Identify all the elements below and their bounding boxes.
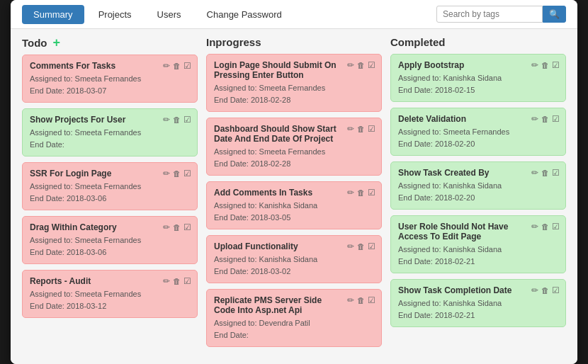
task-end-date: End Date: 2018-02-20 [398, 192, 558, 204]
complete-icon[interactable] [368, 124, 375, 134]
task-assigned: Assigned to: Kanishka Sidana [398, 244, 558, 256]
delete-icon[interactable] [173, 169, 181, 178]
task-card: Comments For TasksAssigned to: Smeeta Fe… [22, 55, 198, 103]
nav-tab-change-password[interactable]: Change Password [196, 5, 293, 24]
complete-icon[interactable] [552, 168, 560, 178]
task-actions [163, 61, 191, 71]
delete-icon[interactable] [541, 60, 549, 70]
task-assigned: Assigned to: Kanishka Sidana [214, 200, 374, 212]
task-card: Show Task Created ByAssigned to: Kanishk… [390, 161, 566, 210]
nav-tabs: SummaryProjectsUsersChange Password [22, 9, 296, 20]
edit-icon[interactable] [531, 114, 538, 124]
edit-icon[interactable] [347, 241, 354, 251]
edit-icon[interactable] [531, 60, 538, 70]
complete-icon[interactable] [183, 276, 191, 286]
nav-tab-summary[interactable]: Summary [22, 5, 84, 24]
complete-icon[interactable] [368, 60, 375, 70]
task-end-date: End Date: 2018-02-21 [398, 309, 558, 322]
complete-icon[interactable] [183, 61, 191, 71]
task-assigned: Assigned to: Smeeta Fernandes [214, 146, 374, 158]
task-assigned: Assigned to: Smeeta Fernandes [214, 82, 374, 94]
task-meta: Assigned to: Smeeta FernandesEnd Date: 2… [398, 126, 558, 149]
task-actions [347, 60, 375, 70]
delete-icon[interactable] [357, 124, 365, 134]
task-card: Show Projects For UserAssigned to: Smeet… [22, 108, 198, 157]
delete-icon[interactable] [541, 222, 549, 232]
add-task-button-todo[interactable]: + [53, 36, 61, 49]
edit-icon[interactable] [531, 168, 538, 178]
complete-icon[interactable] [368, 188, 375, 198]
task-meta: Assigned to: Kanishka SidanaEnd Date: 20… [398, 244, 558, 267]
complete-icon[interactable] [183, 115, 191, 125]
task-card: Login Page Should Submit On Pressing Ent… [206, 54, 382, 112]
nav-tab-projects[interactable]: Projects [87, 5, 143, 24]
task-assigned: Assigned to: Smeeta Fernandes [30, 73, 190, 85]
columns-container: Todo+Comments For TasksAssigned to: Smee… [22, 36, 566, 353]
edit-icon[interactable] [531, 285, 538, 295]
task-assigned: Assigned to: Kanishka Sidana [398, 180, 558, 192]
task-meta: Assigned to: Kanishka SidanaEnd Date: 20… [398, 180, 558, 203]
task-meta: Assigned to: Smeeta FernandesEnd Date: [30, 127, 190, 150]
delete-icon[interactable] [541, 285, 549, 295]
task-card: Add Comments In TasksAssigned to: Kanish… [206, 181, 382, 229]
task-actions [531, 60, 560, 70]
complete-icon[interactable] [183, 222, 191, 232]
task-card: Dashboard Should Show Start Date And End… [206, 118, 382, 176]
delete-icon[interactable] [541, 114, 549, 124]
delete-icon[interactable] [173, 222, 181, 232]
task-end-date: End Date: 2018-03-12 [30, 300, 190, 312]
edit-icon[interactable] [163, 61, 170, 71]
task-assigned: Assigned to: Kanishka Sidana [398, 72, 558, 84]
task-card: Apply BootstrapAssigned to: Kanishka Sid… [390, 54, 566, 102]
edit-icon[interactable] [163, 222, 170, 232]
task-end-date: End Date: 2018-03-06 [30, 246, 190, 258]
search-area: 🔍 [436, 6, 566, 23]
delete-icon[interactable] [357, 60, 365, 70]
nav-bar: SummaryProjectsUsersChange Password 🔍 [11, 0, 577, 29]
app-window: SummaryProjectsUsersChange Password 🔍 To… [11, 0, 577, 364]
complete-icon[interactable] [552, 60, 560, 70]
task-actions [163, 115, 191, 125]
task-assigned: Assigned to: Smeeta Fernandes [30, 127, 190, 139]
delete-icon[interactable] [173, 61, 181, 71]
task-meta: Assigned to: Smeeta FernandesEnd Date: 2… [30, 181, 190, 204]
task-meta: Assigned to: Devendra PatilEnd Date: [214, 317, 374, 341]
delete-icon[interactable] [357, 188, 365, 198]
task-end-date: End Date: 2018-02-20 [398, 138, 558, 150]
edit-icon[interactable] [163, 276, 170, 286]
column-header-todo: Todo+ [22, 36, 198, 49]
edit-icon[interactable] [347, 124, 354, 134]
task-end-date: End Date: 2018-02-28 [214, 158, 374, 170]
task-meta: Assigned to: Smeeta FernandesEnd Date: 2… [30, 234, 190, 258]
task-card: SSR For Login PageAssigned to: Smeeta Fe… [22, 162, 198, 210]
edit-icon[interactable] [347, 60, 354, 70]
edit-icon[interactable] [347, 295, 354, 305]
edit-icon[interactable] [347, 188, 354, 198]
nav-tab-users[interactable]: Users [146, 5, 193, 24]
delete-icon[interactable] [173, 115, 181, 125]
search-input[interactable] [436, 6, 543, 23]
edit-icon[interactable] [163, 115, 170, 125]
task-actions [347, 124, 375, 134]
delete-icon[interactable] [541, 168, 549, 178]
delete-icon[interactable] [357, 241, 365, 251]
complete-icon[interactable] [368, 241, 375, 251]
delete-icon[interactable] [357, 295, 365, 305]
complete-icon[interactable] [183, 169, 191, 178]
task-end-date: End Date: 2018-03-02 [214, 266, 374, 278]
search-button[interactable]: 🔍 [543, 6, 566, 23]
edit-icon[interactable] [163, 169, 170, 178]
complete-icon[interactable] [552, 114, 560, 124]
task-card: Upload FunctionalityAssigned to: Kanishk… [206, 235, 382, 283]
complete-icon[interactable] [552, 222, 560, 232]
delete-icon[interactable] [173, 276, 181, 286]
complete-icon[interactable] [368, 295, 375, 305]
task-end-date: End Date: [214, 329, 374, 341]
task-meta: Assigned to: Smeeta FernandesEnd Date: 2… [214, 82, 374, 106]
complete-icon[interactable] [552, 285, 560, 295]
column-todo: Todo+Comments For TasksAssigned to: Smee… [22, 36, 198, 353]
task-actions [347, 188, 375, 198]
edit-icon[interactable] [531, 222, 538, 232]
task-assigned: Assigned to: Smeeta Fernandes [30, 288, 190, 300]
task-meta: Assigned to: Smeeta FernandesEnd Date: 2… [30, 73, 190, 96]
